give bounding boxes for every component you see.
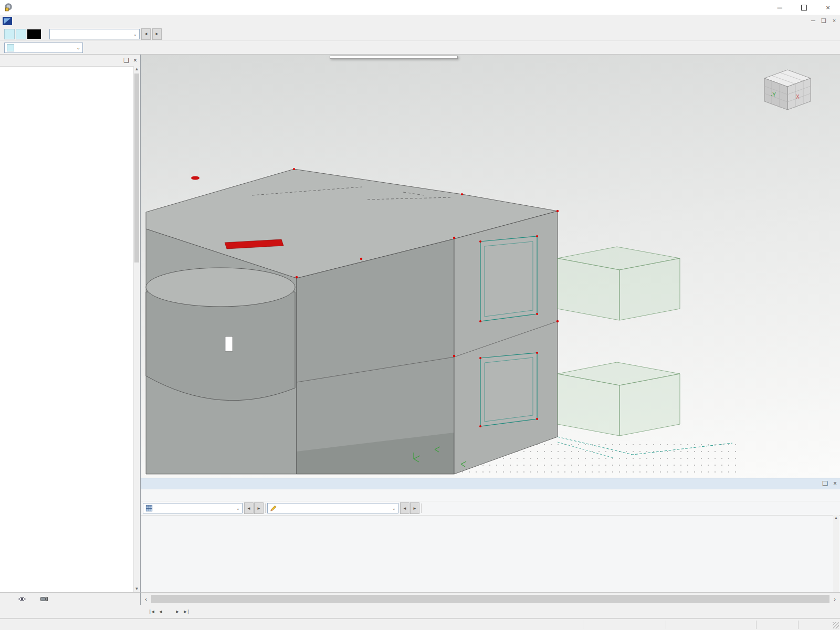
load-case-color-swatch[interactable] <box>4 29 15 39</box>
close-table-icon[interactable]: × <box>833 480 837 487</box>
close-panel-icon[interactable]: × <box>133 57 137 64</box>
load-case-combobox[interactable]: ⌄ <box>49 29 140 39</box>
materials-panel: ❏× ⌄ ◄ ► ⌄ ◄ ► ▲ <box>141 478 840 592</box>
previous-load-case-button[interactable]: ◄ <box>141 28 151 40</box>
close-button[interactable]: × <box>816 0 840 15</box>
table-record-navigator: |◄ ◄ ► ►| <box>148 607 190 616</box>
materials-toolbar: ⌄ ◄ ► ⌄ ◄ ► <box>141 501 840 516</box>
navigator-scrollbar[interactable]: ▲ ▼ <box>133 66 140 592</box>
window-opening-upper[interactable] <box>480 236 537 321</box>
navigation-cube[interactable]: -Y X <box>764 70 811 110</box>
structure-3d-scene: -Y X <box>141 55 840 478</box>
coordinate-system-combobox[interactable]: ⌄ <box>4 43 83 53</box>
app-logo-icon <box>4 3 13 12</box>
load-volume-lower[interactable] <box>558 362 680 436</box>
previous-page-button[interactable]: ◄ <box>156 607 165 616</box>
scrollbar-track[interactable] <box>151 595 830 603</box>
title-bar: ─ × <box>0 0 840 15</box>
navigator-header: ❏× <box>0 55 140 67</box>
last-table-button[interactable]: ►| <box>182 607 190 616</box>
load-case-type-badge <box>27 29 41 39</box>
visibility-eye-button[interactable] <box>15 593 29 605</box>
float-panel-icon[interactable]: ❏ <box>123 57 129 64</box>
new-load-context-menu <box>330 56 458 59</box>
table-tab-bar: |◄ ◄ ► ►| <box>0 605 840 618</box>
coordinate-system-selector: ⌄ <box>4 43 83 53</box>
structure-tables-icon <box>145 505 153 512</box>
next-table-button[interactable]: ► <box>254 502 264 514</box>
next-page-button[interactable]: ► <box>173 607 182 616</box>
eye-icon <box>18 595 26 603</box>
display-navigator-tree <box>0 66 134 592</box>
roof-red-opening[interactable] <box>191 176 200 180</box>
cylinder-body[interactable] <box>146 292 295 401</box>
table-category-combobox[interactable]: ⌄ <box>267 503 398 513</box>
load-case-color-swatch[interactable] <box>16 29 26 39</box>
camera-icon <box>40 595 48 603</box>
first-table-button[interactable]: |◄ <box>148 607 156 616</box>
scrollbar-thumb[interactable] <box>134 74 139 262</box>
load-case-selector: ⌄ ◄ ► <box>4 28 162 40</box>
maximize-button[interactable] <box>792 0 816 15</box>
svg-text:X: X <box>796 94 800 100</box>
table-group-combobox[interactable]: ⌄ <box>143 503 243 513</box>
wall-opening[interactable] <box>225 337 233 351</box>
materials-menu-bar <box>141 489 840 501</box>
table-horizontal-scrollbar[interactable]: ‹ › <box>141 592 840 605</box>
materials-panel-header: ❏× <box>141 478 840 489</box>
navigator-footer-toolbar <box>0 592 141 605</box>
minimize-button[interactable]: ─ <box>768 0 792 15</box>
next-category-button[interactable]: ► <box>410 502 419 514</box>
menu-bar <box>0 15 840 28</box>
edit-pencil-icon <box>270 505 277 512</box>
svg-text:-Y: -Y <box>771 92 776 98</box>
insert-toolbar: ⌄ <box>0 41 840 55</box>
standard-toolbar: ⌄ ◄ ► <box>0 27 840 41</box>
cylinder-top[interactable] <box>146 268 295 307</box>
float-table-icon[interactable]: ❏ <box>822 480 828 487</box>
camera-button[interactable] <box>37 593 51 605</box>
scroll-right-arrow[interactable]: › <box>831 596 839 602</box>
materials-table-scrollbar[interactable]: ▲ <box>833 515 839 592</box>
rfem-application-window: ─ × ─❏× ⌄ ◄ ► ⌄ <box>0 0 840 630</box>
next-load-case-button[interactable]: ► <box>152 28 162 40</box>
resize-grip[interactable] <box>833 622 839 628</box>
status-bar <box>0 618 840 630</box>
model-3d-viewport[interactable]: -Y X <box>141 55 840 478</box>
mdi-window-buttons[interactable]: ─❏× <box>810 17 838 24</box>
previous-category-button[interactable]: ◄ <box>400 502 410 514</box>
scroll-left-arrow[interactable]: ‹ <box>142 596 150 602</box>
navigator-panel: ❏× ▲ ▼ <box>0 55 141 592</box>
project-icon <box>3 17 12 25</box>
window-opening-lower[interactable] <box>480 353 537 426</box>
load-volume-upper[interactable] <box>558 247 680 320</box>
previous-table-button[interactable]: ◄ <box>244 502 254 514</box>
